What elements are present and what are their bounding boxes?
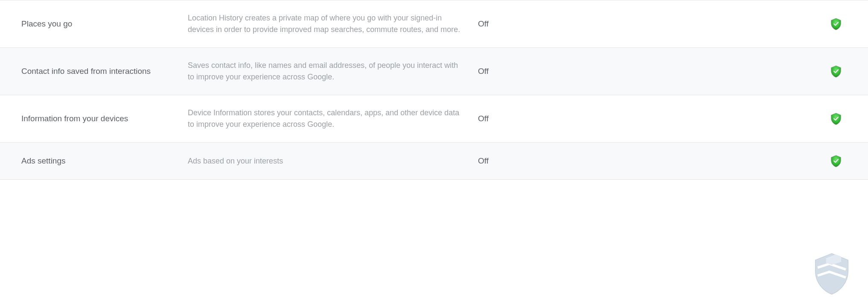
shield-check-icon — [830, 65, 842, 78]
setting-title: Information from your devices — [0, 95, 179, 143]
table-row[interactable]: Contact info saved from interactions Sav… — [0, 48, 868, 95]
table-row[interactable]: Ads settings Ads based on your interests… — [0, 143, 868, 180]
setting-description: Saves contact info, like names and email… — [179, 48, 469, 95]
setting-title: Contact info saved from interactions — [0, 48, 179, 95]
setting-title: Ads settings — [0, 143, 179, 180]
setting-description: Location History creates a private map o… — [179, 0, 469, 48]
privacy-settings-table: Places you go Location History creates a… — [0, 0, 868, 180]
setting-status: Off — [469, 0, 619, 48]
table-row[interactable]: Places you go Location History creates a… — [0, 0, 868, 48]
shield-check-icon — [830, 112, 842, 125]
setting-status: Off — [469, 95, 619, 143]
table-row[interactable]: Information from your devices Device Inf… — [0, 95, 868, 143]
setting-title: Places you go — [0, 0, 179, 48]
setting-description: Device Information stores your contacts,… — [179, 95, 469, 143]
setting-status: Off — [469, 48, 619, 95]
shield-check-icon — [830, 155, 842, 167]
shield-check-icon — [830, 18, 842, 30]
setting-description: Ads based on your interests — [179, 143, 469, 180]
setting-status: Off — [469, 143, 619, 180]
